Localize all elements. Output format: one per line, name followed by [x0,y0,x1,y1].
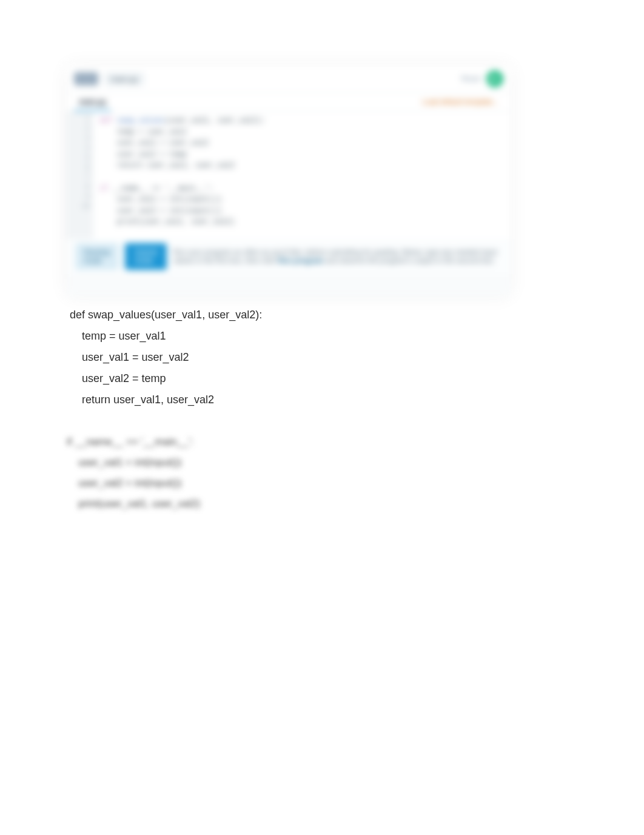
line-number: 2 [86,125,90,132]
reset-link[interactable]: Reset [461,75,480,83]
brand-logo [74,72,98,86]
filename-chip: main.py [104,72,144,86]
submit-mode-button[interactable]: Submit mode [125,243,167,270]
code-token: (user_val1, user_val2): [165,116,266,125]
run-button[interactable] [486,70,503,87]
code-token: if [99,184,108,193]
hint-bold: Run program [278,257,323,265]
code-token: user_val1 = int(input()) [99,195,222,204]
visible-code-snippet: def swap_values(user_val1, user_val2): t… [70,304,262,411]
line-number: 7 [86,173,90,181]
line-gutter: 1 2 3 4 5 6 7 8 9 10 [67,112,93,239]
blurred-code-snippet: if __name__ == '__main__': user_val1 = i… [67,432,200,514]
code-lines: def swap_values(user_val1, user_val2): t… [93,112,272,239]
ide-header: main.py Reset [67,65,511,93]
line-number: 5 [86,154,90,161]
code-line: print(user_val1, user_val2) [67,498,200,509]
code-token: return user_val1, user_val2 [99,161,235,170]
code-line: user_val1 = int(input()) [67,457,181,468]
mode-bar: Develop mode Submit mode Run your progra… [67,239,511,274]
code-line: def swap_values(user_val1, user_val2): [70,309,262,321]
develop-mode-button[interactable]: Develop mode [75,243,119,270]
code-token: __name__ == '__main__': [108,184,213,193]
code-token: temp = user_val1 [99,128,187,136]
line-number: 9 [86,193,90,200]
play-icon [492,76,497,82]
code-token: print(user_val1, user_val2) [99,218,235,226]
code-line: user_val1 = user_val2 [70,351,189,363]
tab-load-template[interactable]: Load default template... [418,94,503,111]
hint-post: and observe the program's output in the … [326,257,495,265]
code-line: temp = user_val1 [70,330,166,342]
code-line: return user_val1, user_val2 [70,394,214,406]
hint-pre: Run your program as often as you'd like,… [173,248,497,265]
line-number: 8 [86,183,90,190]
code-token: user_val2 = temp [99,150,187,159]
line-number: 10 [82,203,90,210]
line-number: 3 [86,135,90,142]
line-number: 4 [86,144,90,152]
tab-main[interactable]: main.py [74,94,111,111]
line-number: 1 [86,115,90,122]
code-editor[interactable]: 1 2 3 4 5 6 7 8 9 10 def swap_values(use… [67,112,511,239]
ide-panel: main.py Reset main.py Load default templ… [67,65,511,296]
code-token: user_val2 = int(input()) [99,207,222,215]
code-line: user_val2 = int(input()) [67,477,181,489]
code-token: def [99,116,113,125]
hint-text: Run your program as often as you'd like,… [173,248,502,265]
code-token: user_val1 = user_val2 [99,139,209,147]
code-line: user_val2 = temp [70,372,166,384]
line-number: 6 [86,164,90,171]
code-line: if __name__ == '__main__': [67,436,193,448]
code-token: swap_values [117,116,165,125]
tab-bar: main.py Load default template... [67,93,511,112]
